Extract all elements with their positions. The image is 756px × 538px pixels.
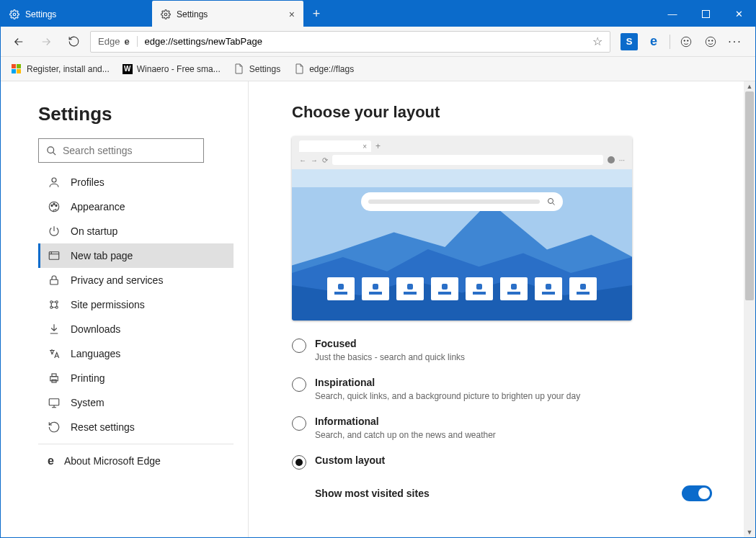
radio-informational[interactable]: Informational Search, and catch up on th… (292, 416, 726, 440)
preview-search-bar (361, 192, 563, 211)
address-prefix-label: Edge (98, 36, 120, 47)
svg-point-0 (13, 13, 16, 16)
radio-custom[interactable]: Custom layout (292, 454, 726, 470)
radio-focused[interactable]: Focused Just the basics - search and qui… (292, 338, 726, 362)
edge-icon[interactable]: e (645, 33, 662, 50)
nav-printing[interactable]: Printing (38, 366, 234, 390)
radio-icon (292, 416, 306, 431)
new-tab-button[interactable]: + (303, 1, 329, 27)
scroll-down-icon[interactable]: ▼ (744, 527, 755, 537)
nav-label: Downloads (71, 323, 120, 335)
radio-icon (292, 377, 306, 392)
extension-icon[interactable] (677, 33, 695, 50)
preview-tile (431, 277, 458, 300)
nav-label: New tab page (71, 250, 133, 261)
nav-label: Appearance (71, 201, 125, 212)
person-icon (48, 176, 61, 189)
tab-label: Settings (177, 9, 208, 19)
power-icon (48, 225, 61, 238)
download-icon (48, 323, 61, 336)
skype-icon[interactable]: S (621, 33, 638, 50)
preview-dot-icon (608, 156, 615, 163)
nav-label: System (71, 397, 104, 408)
nav-about[interactable]: e About Microsoft Edge (38, 449, 234, 473)
scroll-thumb[interactable] (745, 91, 754, 300)
edge-logo-icon: e (48, 454, 54, 467)
close-tab-icon[interactable]: × (289, 9, 295, 20)
newtab-icon (48, 249, 61, 262)
minimize-button[interactable]: — (656, 1, 689, 27)
refresh-button[interactable] (63, 31, 84, 53)
gear-icon (9, 9, 19, 19)
maximize-button[interactable] (689, 1, 722, 27)
nav-profiles[interactable]: Profiles (38, 170, 234, 194)
winaero-icon: W (123, 64, 133, 74)
svg-point-22 (55, 301, 58, 303)
search-settings-box[interactable] (38, 138, 204, 163)
nav-label: Printing (71, 372, 104, 384)
radio-label: Inspirational (315, 377, 580, 388)
gear-icon (161, 9, 171, 19)
nav-new-tab-page[interactable]: New tab page (38, 243, 234, 268)
svg-rect-20 (50, 279, 58, 284)
svg-rect-26 (52, 374, 56, 377)
nav-label: About Microsoft Edge (64, 455, 161, 467)
svg-rect-28 (49, 399, 59, 405)
bookmark-label: edge://flags (309, 64, 354, 74)
url-input[interactable] (138, 36, 585, 47)
close-window-button[interactable]: ✕ (722, 1, 755, 27)
preview-tile (569, 277, 597, 300)
title-bar: Settings Settings × + — ✕ (1, 1, 755, 27)
nav-startup[interactable]: On startup (38, 219, 234, 243)
scroll-up-icon[interactable]: ▲ (744, 81, 755, 91)
bookmark-item[interactable]: W Winaero - Free sma... (123, 64, 221, 74)
nav-appearance[interactable]: Appearance (38, 194, 234, 219)
palette-icon (48, 200, 61, 213)
tab-inactive[interactable]: Settings (1, 1, 152, 27)
nav-privacy[interactable]: Privacy and services (38, 268, 234, 292)
search-icon (46, 145, 57, 156)
preview-newtab-icon: + (373, 141, 383, 151)
nav-site-permissions[interactable]: Site permissions (38, 292, 234, 317)
tab-label: Settings (25, 9, 56, 19)
preview-tile (362, 277, 389, 300)
svg-rect-25 (50, 377, 58, 381)
preview-tab: × (299, 140, 371, 152)
toggle-label: Show most visited sites (315, 488, 430, 499)
printer-icon (48, 372, 61, 385)
nav-system[interactable]: System (38, 390, 234, 415)
radio-inspirational[interactable]: Inspirational Search, quick links, and a… (292, 377, 726, 401)
bookmark-item[interactable]: edge://flags (293, 63, 354, 75)
preview-refresh-icon: ⟳ (322, 156, 328, 164)
show-most-visited-row: Show most visited sites (292, 475, 726, 501)
search-settings-input[interactable] (63, 145, 196, 156)
page-icon (293, 63, 305, 75)
nav-label: Site permissions (71, 299, 145, 310)
back-button[interactable] (8, 31, 30, 53)
section-heading: Choose your layout (292, 103, 726, 122)
settings-main: Choose your layout × + ← → ⟳ ··· (249, 81, 755, 537)
forward-button[interactable] (35, 31, 57, 53)
bookmark-label: Register, install and... (27, 64, 110, 74)
nav-label: Languages (71, 348, 120, 359)
tab-active[interactable]: Settings × (152, 1, 303, 27)
bookmark-item[interactable]: Settings (234, 63, 280, 75)
nav-reset[interactable]: Reset settings (38, 415, 234, 439)
svg-point-8 (712, 40, 713, 41)
nav-languages[interactable]: Languages (38, 341, 234, 366)
bookmark-item[interactable]: Register, install and... (11, 63, 110, 75)
show-most-visited-toggle[interactable] (682, 485, 712, 501)
more-button[interactable]: ··· (726, 33, 744, 50)
svg-point-21 (50, 301, 53, 303)
vertical-scrollbar[interactable]: ▲ ▼ (744, 81, 755, 537)
preview-more-icon: ··· (619, 156, 625, 164)
svg-point-1 (164, 13, 167, 16)
nav-downloads[interactable]: Downloads (38, 317, 234, 341)
smiley-icon[interactable] (702, 33, 719, 50)
favorite-button[interactable]: ☆ (585, 35, 610, 48)
svg-point-3 (681, 37, 691, 47)
system-icon (48, 396, 61, 409)
nav-label: Reset settings (71, 421, 135, 433)
svg-rect-11 (12, 69, 16, 73)
radio-description: Search, and catch up on the news and wea… (315, 430, 496, 440)
